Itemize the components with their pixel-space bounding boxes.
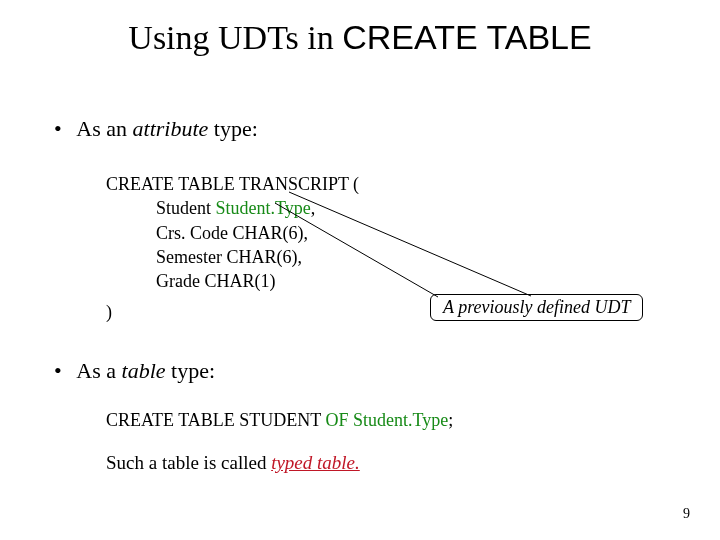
- code-line-1: CREATE TABLE TRANSCRIPT (: [106, 172, 359, 196]
- c2-a: CREATE TABLE STUDENT: [106, 410, 325, 430]
- bullet-dot-icon: •: [54, 116, 72, 142]
- bullet1-post: type:: [208, 116, 258, 141]
- code-l2-a: Student: [156, 198, 216, 218]
- bullet1-pre: As an: [76, 116, 132, 141]
- bullet1-em: attribute: [133, 116, 209, 141]
- title-mono: CREATE TABLE: [342, 18, 591, 56]
- callout-udt: A previously defined UDT: [430, 294, 643, 321]
- c2-of: OF: [325, 410, 348, 430]
- slide: Using UDTs in CREATE TABLE • As an attri…: [0, 0, 720, 540]
- code-line-5: Grade CHAR(1): [106, 269, 359, 293]
- bullet2-pre: As a: [76, 358, 121, 383]
- sentence-a: Such a table is called: [106, 452, 271, 473]
- typed-table-term: typed table.: [271, 452, 360, 473]
- title-prefix: Using UDTs in: [128, 19, 342, 56]
- bullet2-em: table: [122, 358, 166, 383]
- code-line-4: Semester CHAR(6),: [106, 245, 359, 269]
- code-line-3: Crs. Code CHAR(6),: [106, 221, 359, 245]
- code-line-create-student: CREATE TABLE STUDENT OF Student.Type;: [106, 410, 453, 431]
- bullet2-post: type:: [166, 358, 216, 383]
- c2-semi: ;: [448, 410, 453, 430]
- code-l2-type: Student.Type: [216, 198, 311, 218]
- bullet-table-type: • As a table type:: [54, 358, 215, 384]
- code-close-paren: ): [106, 302, 112, 323]
- code-l2-c: ,: [311, 198, 316, 218]
- code-line-2: Student Student.Type,: [106, 196, 359, 220]
- code-block-create-transcript: CREATE TABLE TRANSCRIPT ( Student Studen…: [106, 172, 359, 293]
- page-number: 9: [683, 506, 690, 522]
- bullet-dot-icon-2: •: [54, 358, 72, 384]
- typed-table-sentence: Such a table is called typed table.: [106, 452, 360, 474]
- bullet-attribute-type: • As an attribute type:: [54, 116, 258, 142]
- c2-type: Student.Type: [348, 410, 448, 430]
- slide-title: Using UDTs in CREATE TABLE: [0, 18, 720, 57]
